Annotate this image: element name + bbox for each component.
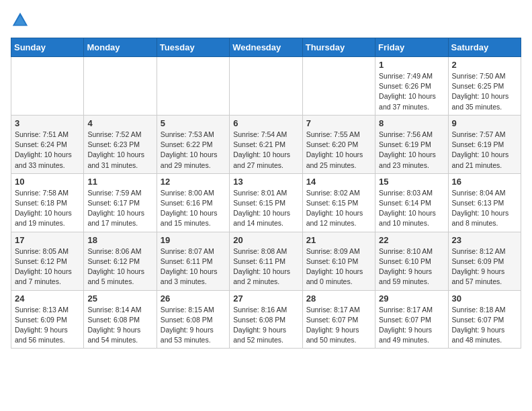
day-number: 23 [452,235,517,245]
day-number: 6 [233,118,298,128]
day-cell: 14Sunrise: 8:02 AM Sunset: 6:15 PM Dayli… [302,173,375,232]
day-cell: 24Sunrise: 8:13 AM Sunset: 6:09 PM Dayli… [11,290,84,349]
logo [11,11,32,30]
day-cell: 3Sunrise: 7:51 AM Sunset: 6:24 PM Daylig… [11,115,84,173]
day-cell: 27Sunrise: 8:16 AM Sunset: 6:08 PM Dayli… [230,290,302,349]
day-cell [11,57,84,116]
day-number: 25 [87,293,152,304]
day-number: 24 [15,293,80,304]
day-number: 2 [452,60,517,70]
day-cell: 25Sunrise: 8:14 AM Sunset: 6:08 PM Dayli… [84,290,157,349]
logo-icon [11,11,30,30]
day-cell: 18Sunrise: 8:06 AM Sunset: 6:12 PM Dayli… [84,232,157,290]
day-number: 21 [306,235,371,245]
day-info: Sunrise: 7:58 AM Sunset: 6:18 PM Dayligh… [15,188,80,229]
day-cell: 20Sunrise: 8:08 AM Sunset: 6:11 PM Dayli… [230,232,302,290]
day-cell: 13Sunrise: 8:01 AM Sunset: 6:15 PM Dayli… [230,173,302,232]
day-cell: 11Sunrise: 7:59 AM Sunset: 6:17 PM Dayli… [84,173,157,232]
day-number: 14 [306,177,371,187]
week-row-1: 1Sunrise: 7:49 AM Sunset: 6:26 PM Daylig… [11,57,521,116]
day-cell: 15Sunrise: 8:03 AM Sunset: 6:14 PM Dayli… [375,173,448,232]
day-info: Sunrise: 8:04 AM Sunset: 6:13 PM Dayligh… [452,188,517,229]
day-number: 17 [15,235,80,245]
day-cell: 16Sunrise: 8:04 AM Sunset: 6:13 PM Dayli… [448,173,521,232]
day-info: Sunrise: 8:16 AM Sunset: 6:08 PM Dayligh… [233,305,298,346]
weekday-header-wednesday: Wednesday [230,38,302,57]
day-number: 11 [87,177,152,187]
day-cell: 21Sunrise: 8:09 AM Sunset: 6:10 PM Dayli… [302,232,375,290]
day-number: 1 [379,60,444,70]
day-cell: 6Sunrise: 7:54 AM Sunset: 6:21 PM Daylig… [230,115,302,173]
day-cell: 29Sunrise: 8:17 AM Sunset: 6:07 PM Dayli… [375,290,448,349]
day-cell: 26Sunrise: 8:15 AM Sunset: 6:08 PM Dayli… [157,290,229,349]
day-info: Sunrise: 7:53 AM Sunset: 6:22 PM Dayligh… [161,130,226,171]
week-row-5: 24Sunrise: 8:13 AM Sunset: 6:09 PM Dayli… [11,290,521,349]
day-cell: 9Sunrise: 7:57 AM Sunset: 6:19 PM Daylig… [448,115,521,173]
day-cell: 5Sunrise: 7:53 AM Sunset: 6:22 PM Daylig… [157,115,229,173]
day-info: Sunrise: 8:00 AM Sunset: 6:16 PM Dayligh… [161,188,226,229]
weekday-header-thursday: Thursday [302,38,375,57]
day-number: 7 [306,118,371,128]
day-number: 22 [379,235,444,245]
day-cell: 8Sunrise: 7:56 AM Sunset: 6:19 PM Daylig… [375,115,448,173]
day-cell: 28Sunrise: 8:17 AM Sunset: 6:07 PM Dayli… [302,290,375,349]
day-info: Sunrise: 8:01 AM Sunset: 6:15 PM Dayligh… [233,188,298,229]
day-number: 18 [87,235,152,245]
day-info: Sunrise: 7:52 AM Sunset: 6:23 PM Dayligh… [87,130,152,171]
day-number: 5 [161,118,226,128]
day-number: 26 [161,293,226,304]
day-cell: 30Sunrise: 8:18 AM Sunset: 6:07 PM Dayli… [448,290,521,349]
day-cell [84,57,157,116]
weekday-header-friday: Friday [375,38,448,57]
week-row-4: 17Sunrise: 8:05 AM Sunset: 6:12 PM Dayli… [11,232,521,290]
day-info: Sunrise: 8:14 AM Sunset: 6:08 PM Dayligh… [87,305,152,346]
weekday-header-monday: Monday [84,38,157,57]
day-number: 3 [15,118,80,128]
day-number: 8 [379,118,444,128]
day-info: Sunrise: 8:15 AM Sunset: 6:08 PM Dayligh… [161,305,226,346]
day-cell: 4Sunrise: 7:52 AM Sunset: 6:23 PM Daylig… [84,115,157,173]
day-number: 15 [379,177,444,187]
day-number: 30 [452,293,517,304]
day-cell: 7Sunrise: 7:55 AM Sunset: 6:20 PM Daylig… [302,115,375,173]
day-info: Sunrise: 7:51 AM Sunset: 6:24 PM Dayligh… [15,130,80,171]
day-number: 9 [452,118,517,128]
day-info: Sunrise: 8:13 AM Sunset: 6:09 PM Dayligh… [15,305,80,346]
day-number: 10 [15,177,80,187]
day-info: Sunrise: 8:07 AM Sunset: 6:11 PM Dayligh… [161,246,226,287]
weekday-header-saturday: Saturday [448,38,521,57]
day-number: 29 [379,293,444,304]
day-cell: 23Sunrise: 8:12 AM Sunset: 6:09 PM Dayli… [448,232,521,290]
day-info: Sunrise: 8:10 AM Sunset: 6:10 PM Dayligh… [379,246,444,287]
day-info: Sunrise: 8:18 AM Sunset: 6:07 PM Dayligh… [452,305,517,346]
day-cell: 1Sunrise: 7:49 AM Sunset: 6:26 PM Daylig… [375,57,448,116]
day-info: Sunrise: 7:49 AM Sunset: 6:26 PM Dayligh… [379,71,444,112]
day-number: 12 [161,177,226,187]
day-number: 27 [233,293,298,304]
day-number: 16 [452,177,517,187]
day-info: Sunrise: 7:56 AM Sunset: 6:19 PM Dayligh… [379,130,444,171]
day-number: 20 [233,235,298,245]
day-info: Sunrise: 8:17 AM Sunset: 6:07 PM Dayligh… [379,305,444,346]
day-cell: 10Sunrise: 7:58 AM Sunset: 6:18 PM Dayli… [11,173,84,232]
day-number: 4 [87,118,152,128]
day-cell [302,57,375,116]
day-info: Sunrise: 8:17 AM Sunset: 6:07 PM Dayligh… [306,305,371,346]
day-cell [157,57,229,116]
day-info: Sunrise: 7:59 AM Sunset: 6:17 PM Dayligh… [87,188,152,229]
day-info: Sunrise: 7:54 AM Sunset: 6:21 PM Dayligh… [233,130,298,171]
weekday-header-sunday: Sunday [11,38,84,57]
day-info: Sunrise: 8:08 AM Sunset: 6:11 PM Dayligh… [233,246,298,287]
day-cell: 12Sunrise: 8:00 AM Sunset: 6:16 PM Dayli… [157,173,229,232]
day-number: 28 [306,293,371,304]
day-info: Sunrise: 8:02 AM Sunset: 6:15 PM Dayligh… [306,188,371,229]
day-cell [230,57,302,116]
day-info: Sunrise: 7:55 AM Sunset: 6:20 PM Dayligh… [306,130,371,171]
day-info: Sunrise: 7:50 AM Sunset: 6:25 PM Dayligh… [452,71,517,112]
day-info: Sunrise: 8:09 AM Sunset: 6:10 PM Dayligh… [306,246,371,287]
day-info: Sunrise: 8:05 AM Sunset: 6:12 PM Dayligh… [15,246,80,287]
weekday-header-row: SundayMondayTuesdayWednesdayThursdayFrid… [11,38,521,57]
day-cell: 19Sunrise: 8:07 AM Sunset: 6:11 PM Dayli… [157,232,229,290]
header [11,11,521,30]
day-cell: 17Sunrise: 8:05 AM Sunset: 6:12 PM Dayli… [11,232,84,290]
